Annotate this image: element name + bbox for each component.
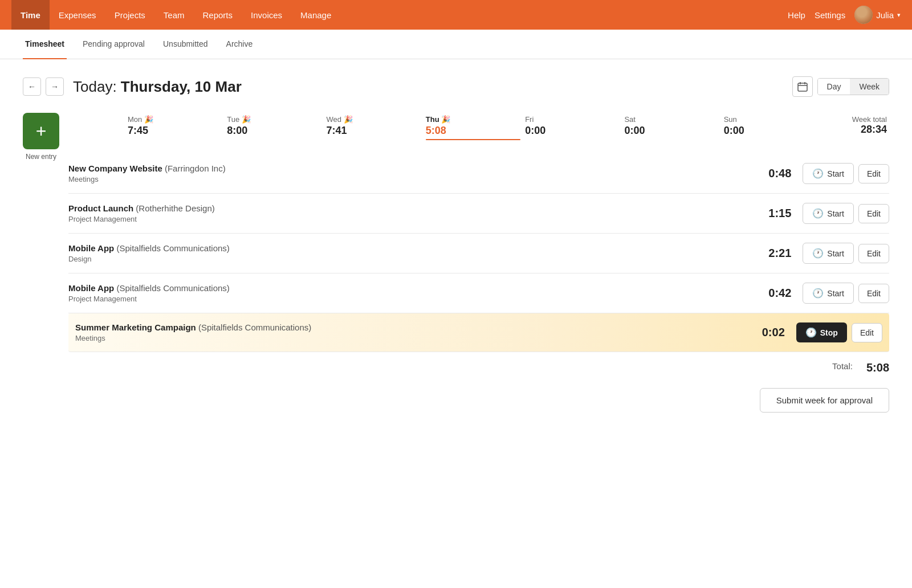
total-label: Total: [832,361,853,374]
stop-button[interactable]: 🕐 Stop [796,322,847,342]
entry-actions: 0:48 🕐 Start Edit [762,163,889,184]
entry-project: Summer Marketing Campaign (Spitalfields … [75,322,755,332]
nav-item-time[interactable]: Time [11,0,50,30]
start-label: Start [827,169,844,178]
entry-task: Project Management [68,215,762,223]
week-total-label: Week total [823,115,887,124]
plus-icon: + [36,122,47,140]
avatar-image [854,6,873,24]
start-button[interactable]: 🕐 Start [803,203,854,224]
calendar-icon-button[interactable] [792,76,813,97]
week-day-wed-label: Wed 🎉 [327,115,421,124]
entry-info: Mobile App (Spitalfields Communications)… [68,243,762,263]
entry-client-name: (Spitalfields Communications) [198,322,311,332]
nav-item-reports[interactable]: Reports [194,0,242,30]
stop-label: Stop [820,328,838,337]
entry-info: Mobile App (Spitalfields Communications)… [68,283,762,303]
date-header: ← → Today: Thursday, 10 Mar Day Week [23,76,889,97]
week-day-wed-hours: 7:41 [327,125,421,137]
nav-item-projects[interactable]: Projects [105,0,154,30]
entry-client-name: (Spitalfields Communications) [116,283,229,293]
entry-task: Project Management [68,295,762,303]
main-content: ← → Today: Thursday, 10 Mar Day Week [0,59,912,588]
week-day-tue-label: Tue 🎉 [227,115,321,124]
clock-icon: 🕐 [812,288,824,299]
start-button[interactable]: 🕐 Start [803,283,854,304]
entry-client-name: (Rotherhithe Design) [136,203,214,213]
entry-time: 0:48 [762,167,791,180]
start-button[interactable]: 🕐 Start [803,163,854,184]
top-nav: Time Expenses Projects Team Reports Invo… [0,0,912,30]
entry-project: New Company Website (Farringdon Inc) [68,164,762,173]
table-row: Mobile App (Spitalfields Communications)… [68,234,889,273]
nav-item-expenses[interactable]: Expenses [50,0,105,30]
nav-item-team[interactable]: Team [154,0,194,30]
entry-project-name: Mobile App [68,283,114,293]
week-day-tue[interactable]: Tue 🎉 8:00 [225,111,324,141]
tab-unsubmitted[interactable]: Unsubmitted [161,30,210,59]
date-title-date: Thursday, 10 Mar [121,78,242,95]
next-date-button[interactable]: → [46,77,64,96]
edit-button[interactable]: Edit [858,284,889,303]
sub-nav: Timesheet Pending approval Unsubmitted A… [0,30,912,59]
entry-task: Meetings [75,334,755,342]
nav-right: Help Settings Julia ▾ [788,6,901,24]
submit-area: Submit week for approval [68,388,889,413]
entry-time: 0:42 [762,287,791,300]
tab-timesheet[interactable]: Timesheet [23,30,67,59]
nav-item-invoices[interactable]: Invoices [242,0,291,30]
week-day-sat-label: Sat [624,115,719,124]
entry-info: Summer Marketing Campaign (Spitalfields … [75,322,755,342]
week-day-sun[interactable]: Sun 0:00 [722,111,821,141]
week-day-mon[interactable]: Mon 🎉 7:45 [125,111,225,141]
week-day-wed[interactable]: Wed 🎉 7:41 [324,111,424,141]
clock-icon: 🕐 [812,208,824,219]
date-title-prefix: Today: [73,78,117,95]
total-row: Total: 5:08 [68,352,889,383]
help-link[interactable]: Help [788,10,805,20]
week-day-thu[interactable]: Thu 🎉 5:08 [424,111,523,145]
week-day-fri-label: Fri [525,115,620,124]
week-day-thu-label: Thu 🎉 [426,115,520,124]
user-name: Julia [876,10,894,20]
entry-time: 1:15 [762,207,791,220]
clock-icon: 🕐 [812,168,824,179]
edit-button[interactable]: Edit [858,204,889,223]
new-entry-button[interactable]: + [23,113,59,149]
date-nav: ← → Today: Thursday, 10 Mar [23,77,242,96]
entry-actions: 2:21 🕐 Start Edit [762,243,889,264]
entry-client-name: (Farringdon Inc) [165,164,226,173]
start-label: Start [827,289,844,298]
content-area: + New entry Mon 🎉 7:45 Tue 🎉 8:00 [23,111,889,413]
clock-icon: 🕐 [805,327,817,338]
week-day-fri[interactable]: Fri 0:00 [523,111,622,141]
submit-week-button[interactable]: Submit week for approval [760,388,889,413]
total-value: 5:08 [866,361,889,374]
week-day-mon-label: Mon 🎉 [128,115,222,124]
settings-link[interactable]: Settings [815,10,845,20]
view-week-button[interactable]: Week [850,79,889,95]
entry-info: New Company Website (Farringdon Inc) Mee… [68,164,762,183]
nav-item-manage[interactable]: Manage [291,0,340,30]
tab-archive[interactable]: Archive [224,30,255,59]
tab-pending-approval[interactable]: Pending approval [80,30,147,59]
view-day-button[interactable]: Day [818,79,850,95]
entry-actions: 0:02 🕐 Stop Edit [755,322,882,342]
week-grid: Mon 🎉 7:45 Tue 🎉 8:00 Wed 🎉 7:41 Thu 🎉 5… [68,111,889,145]
prev-date-button[interactable]: ← [23,77,41,96]
start-button[interactable]: 🕐 Start [803,243,854,264]
edit-button[interactable]: Edit [858,244,889,263]
table-row: Mobile App (Spitalfields Communications)… [68,273,889,313]
new-entry-label: New entry [26,153,56,161]
week-day-underline [426,139,520,140]
edit-button[interactable]: Edit [852,323,882,342]
user-menu[interactable]: Julia ▾ [854,6,901,24]
avatar [854,6,873,24]
entry-time: 0:02 [755,326,785,339]
week-day-sat[interactable]: Sat 0:00 [622,111,721,141]
week-day-fri-hours: 0:00 [525,125,620,137]
date-title: Today: Thursday, 10 Mar [73,78,242,96]
entry-client-name: (Spitalfields Communications) [116,243,229,253]
edit-button[interactable]: Edit [858,164,889,183]
entry-project-name: Mobile App [68,243,114,253]
